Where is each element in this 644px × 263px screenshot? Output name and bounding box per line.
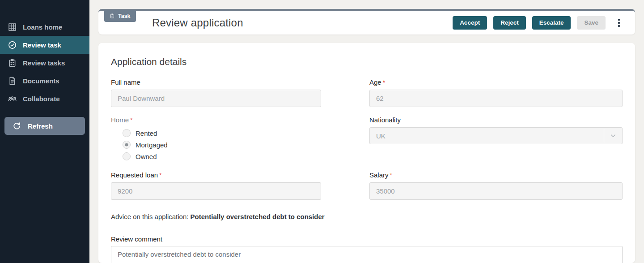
task-type-badge: Task: [104, 10, 136, 22]
refresh-button-label: Refresh: [28, 122, 53, 130]
refresh-button[interactable]: Refresh: [4, 117, 85, 135]
required-marker: *: [130, 116, 132, 124]
task-badge-clipboard-icon: [110, 13, 115, 19]
required-marker: *: [159, 172, 161, 179]
sidebar-item-loans-home[interactable]: Loans home: [0, 18, 89, 36]
sidebar-item-label: Collaborate: [23, 95, 60, 103]
sidebar-item-collaborate[interactable]: Collaborate: [0, 90, 89, 108]
radio-option-owned: Owned: [123, 151, 321, 162]
review-comment-label: Review comment: [111, 235, 623, 243]
radio-option-label: Mortgaged: [136, 141, 168, 149]
sidebar-item-review-tasks[interactable]: Review tasks: [0, 54, 89, 72]
header-actions: Accept Reject Escalate Save: [453, 16, 624, 30]
advice-highlight: Potentially overstretched debt to consid…: [191, 213, 325, 220]
task-badge-label: Task: [118, 13, 131, 19]
full-name-label: Full name: [111, 78, 321, 86]
application-form: Full name Age* Home* Rented: [111, 78, 623, 200]
radio-option-rented: Rented: [123, 127, 321, 139]
sidebar-item-label: Loans home: [23, 23, 62, 31]
reject-button[interactable]: Reject: [493, 16, 526, 30]
nationality-value: UK: [376, 132, 386, 140]
section-title: Application details: [111, 56, 623, 67]
radio-option-mortgaged: Mortgaged: [123, 139, 321, 151]
sidebar-item-label: Review task: [23, 41, 61, 49]
required-marker: *: [383, 79, 385, 86]
radio-button: [123, 141, 131, 149]
task-header: Task Review application Accept Reject Es…: [98, 9, 635, 34]
select-divider: [604, 129, 604, 142]
radio-option-label: Owned: [136, 153, 157, 160]
application-details-card: Application details Full name Age* Home*: [98, 43, 635, 263]
escalate-button[interactable]: Escalate: [532, 16, 571, 30]
nationality-select: UK: [369, 127, 623, 144]
grid-icon: [7, 22, 17, 32]
clipboard-check-icon: [7, 58, 17, 68]
required-marker: *: [390, 172, 392, 179]
requested-loan-label: Requested loan*: [111, 171, 321, 179]
nationality-field: Nationality UK: [369, 116, 623, 144]
chevron-down-icon: [609, 132, 617, 140]
nationality-label: Nationality: [369, 116, 623, 124]
main-content: Task Review application Accept Reject Es…: [89, 0, 644, 263]
review-comment-input[interactable]: Potentially overstretched debt to consid…: [111, 246, 623, 263]
page-title: Review application: [152, 17, 453, 29]
salary-input: [369, 182, 623, 200]
advice-text: Advice on this application: Potentially …: [111, 213, 623, 220]
home-radio-group: Rented Mortgaged Owned: [111, 127, 321, 162]
check-circle-icon: [7, 40, 17, 50]
refresh-icon: [12, 121, 21, 131]
save-button[interactable]: Save: [577, 16, 606, 30]
home-label: Home*: [111, 116, 321, 124]
salary-field: Salary*: [369, 171, 623, 200]
requested-loan-field: Requested loan*: [111, 171, 321, 200]
age-label: Age*: [369, 78, 623, 86]
radio-button: [123, 129, 131, 137]
document-icon: [7, 76, 17, 86]
app-root: Loans home Review task Review tasks Docu…: [0, 0, 644, 263]
full-name-field: Full name: [111, 78, 321, 107]
sidebar: Loans home Review task Review tasks Docu…: [0, 0, 89, 263]
sidebar-item-label: Documents: [23, 77, 59, 85]
review-comment-field: Review comment Potentially overstretched…: [111, 235, 623, 263]
requested-loan-input: [111, 182, 321, 200]
age-input: [369, 90, 623, 107]
home-field: Home* Rented Mortgaged Owned: [111, 116, 321, 162]
people-icon: [7, 94, 17, 103]
sidebar-item-label: Review tasks: [23, 59, 65, 67]
radio-button: [123, 152, 131, 160]
radio-option-label: Rented: [136, 129, 157, 137]
sidebar-item-documents[interactable]: Documents: [0, 72, 89, 90]
salary-label: Salary*: [369, 171, 623, 179]
age-field: Age*: [369, 78, 623, 107]
full-name-input: [111, 90, 321, 107]
kebab-menu-icon[interactable]: [614, 17, 624, 29]
sidebar-item-review-task[interactable]: Review task: [0, 36, 89, 54]
accept-button[interactable]: Accept: [453, 16, 487, 30]
